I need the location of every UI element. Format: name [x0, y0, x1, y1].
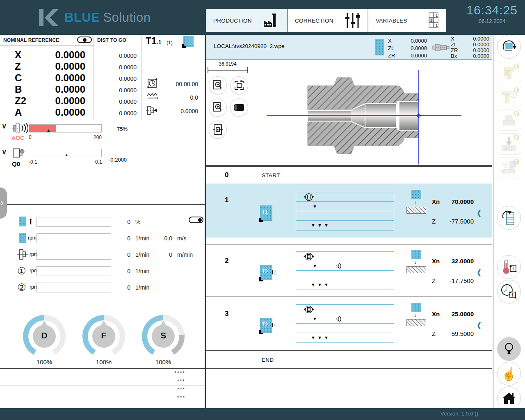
retract-triangles-icon: ▼ ▼ ▼	[311, 223, 329, 228]
motor1-rpm-input[interactable]	[37, 266, 111, 276]
gauge-d-percent: 100%	[23, 358, 66, 365]
clock-time: 16:34:25	[466, 3, 518, 17]
workpiece-icon	[375, 39, 384, 55]
axis-value: 0.0000	[37, 95, 85, 107]
flyout-handle[interactable]: ›	[0, 187, 7, 219]
step-expand-chevron[interactable]: ‹	[477, 202, 481, 223]
speed-unit: m/s	[177, 235, 187, 242]
tool-t2-icon: T2	[260, 318, 272, 333]
active-tool-name: T1	[146, 36, 157, 46]
step-expand-chevron[interactable]: ‹	[477, 314, 481, 335]
goto-step-button[interactable]	[497, 206, 521, 230]
spindle-toggle[interactable]	[189, 217, 203, 223]
step-start-label: START	[262, 172, 280, 178]
current-unit: %	[135, 219, 140, 225]
tool-contact-button[interactable]	[497, 157, 521, 178]
q0-label: Q0	[12, 160, 20, 167]
hand-icon: ☝	[501, 367, 516, 381]
axis-dist: 0.0000	[104, 87, 137, 94]
axis-dist: 0.0000	[104, 98, 137, 105]
workpiece-surface-icon	[406, 266, 426, 273]
coord-label: X	[451, 36, 454, 42]
active-tool: T1.1 (1)	[146, 36, 173, 47]
step-row-2[interactable]: 2 T2 ▼	[206, 244, 492, 297]
axis-name: A	[15, 107, 22, 118]
aoc-collapse-chevron[interactable]: ∨	[2, 122, 7, 130]
tab-production[interactable]: PRODUCTION	[206, 9, 287, 32]
motor2-rpm-input[interactable]	[37, 283, 111, 292]
clock: 16:34:25 06.12.2024	[466, 3, 518, 24]
gauge-d[interactable]: D 100%	[23, 315, 66, 358]
svg-text:1: 1	[436, 23, 438, 27]
tab-correction[interactable]: CORRECTION	[288, 9, 368, 32]
status-row: ****	[123, 370, 185, 376]
fit-view-button[interactable]	[230, 76, 248, 94]
measure-view-button[interactable]	[209, 121, 227, 139]
tool-contact-icon	[501, 160, 517, 176]
light-button[interactable]	[497, 337, 521, 361]
step-end-row[interactable]: END	[206, 351, 492, 369]
step-expand-chevron[interactable]: ‹	[477, 261, 481, 282]
measure-view-icon	[212, 124, 224, 135]
tool-rpm-input[interactable]	[37, 250, 111, 260]
nominal-reference-header: NOMINAL REFERENCE	[3, 37, 59, 43]
tool-offset-icon	[146, 105, 158, 116]
tab-variables[interactable]: VARIABLES 1 1 1	[368, 9, 446, 32]
gauge-f[interactable]: F 100%	[82, 315, 125, 358]
tool-chip-icon	[411, 303, 421, 312]
manual-mode-button[interactable]: ☝	[497, 362, 521, 386]
workpiece-view-button[interactable]	[230, 98, 248, 116]
home-button[interactable]	[497, 386, 521, 410]
gauge-s[interactable]: S 100%	[142, 315, 185, 358]
tool-blue-icon	[19, 233, 26, 243]
warmup-button[interactable]: I	[497, 255, 521, 279]
top-bar: BLUESolution PRODUCTION CORRECTION	[0, 0, 525, 35]
tool-spindle-icon	[432, 42, 450, 53]
zoom-in-button[interactable]	[209, 98, 227, 116]
action-sidebar: END	[493, 35, 525, 408]
step-end-label: END	[262, 357, 274, 363]
op-row-empty	[296, 324, 394, 333]
xn-label: Xn	[432, 258, 440, 265]
workpiece-view-icon	[233, 103, 245, 112]
warmup-thermometer-icon: I	[500, 258, 518, 276]
svg-text:END: END	[504, 146, 514, 151]
rpm-unit: 1/min	[135, 235, 149, 242]
step-row-1[interactable]: 1 T1 ▼ ▼ ▼ ▼	[206, 184, 492, 238]
workpiece-block-button[interactable]	[497, 110, 521, 131]
z-label: Z	[432, 218, 436, 225]
tab-correction-label: CORRECTION	[295, 18, 333, 24]
q0-collapse-chevron[interactable]: ∨	[2, 148, 7, 156]
svg-text:I: I	[513, 267, 514, 271]
program-info-bar: LOCAL:\tvs20240920_2.wpe X ZL ZR 0.0000 …	[206, 35, 492, 60]
lightbulb-icon	[503, 342, 515, 356]
svg-text:1: 1	[436, 14, 438, 18]
spindle-rotation-icon	[304, 306, 314, 313]
app-window: BLUESolution PRODUCTION CORRECTION	[0, 0, 525, 420]
goto-end-button[interactable]: END	[497, 133, 521, 155]
measure-timed-button[interactable]	[497, 86, 521, 107]
home-icon	[502, 392, 516, 405]
measure-caliper-button[interactable]	[497, 62, 521, 83]
tool-holder-icon	[17, 248, 28, 260]
program-path: LOCAL:\tvs20240920_2.wpe	[214, 43, 285, 49]
timed-cycle-button[interactable]: I	[497, 280, 521, 304]
q0-marker: ▲	[64, 153, 68, 157]
step-number: 1	[225, 196, 228, 204]
cycle-restart-button[interactable]	[497, 35, 521, 59]
feed-icon	[147, 92, 158, 101]
axis-dist: 0.0000	[104, 110, 137, 116]
zoom-out-button[interactable]	[209, 76, 227, 94]
nominal-reference-toggle[interactable]	[77, 37, 92, 43]
current-input[interactable]	[37, 217, 111, 227]
motor-1-icon: ①	[17, 265, 26, 277]
op-row-empty	[296, 271, 394, 280]
aoc-slider[interactable]: ▲	[29, 124, 102, 132]
coord-value: 0.0000	[403, 38, 427, 44]
step-row-3[interactable]: 3 T2 ▼	[206, 297, 492, 351]
step-start-row[interactable]: 0 START	[206, 167, 492, 183]
q0-slider[interactable]: ▲	[29, 149, 102, 157]
infeed-arrow-icon: ↓	[414, 259, 417, 265]
spindle-rpm-input[interactable]	[37, 233, 111, 243]
axis-value: 0.0000	[37, 107, 85, 118]
